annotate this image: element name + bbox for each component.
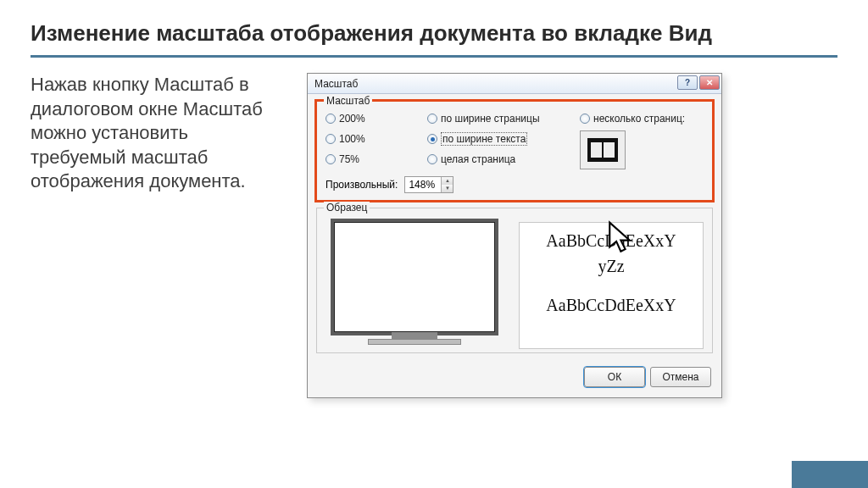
heading-underline (31, 55, 837, 58)
font-sample: AaBbCcDdEeXxY yZz AaBbCcDdEeXxY (519, 222, 704, 349)
spinner-up-icon[interactable]: ▲ (441, 177, 453, 185)
spinner-down-icon[interactable]: ▼ (441, 185, 453, 192)
sample-line: yZz (520, 253, 703, 279)
sample-line: AaBbCcDdEeXxY (520, 292, 703, 318)
dialog-titlebar[interactable]: Масштаб ? ✕ (308, 74, 721, 94)
many-pages-picker[interactable] (580, 130, 626, 169)
group-sample: Образец AaBbCcDdEeXxY yZz AaBbCcDdEeXxY (316, 208, 713, 353)
custom-zoom-label: Произвольный: (326, 179, 398, 191)
radio-200[interactable]: 200% (326, 110, 427, 127)
zoom-dialog: Масштаб ? ✕ Масштаб 200% 100% 75% (307, 73, 722, 398)
custom-zoom-spinner[interactable]: ▲ ▼ (404, 176, 453, 193)
group-sample-title: Образец (324, 202, 370, 214)
help-button[interactable]: ? (677, 75, 698, 90)
pages-icon (587, 138, 618, 162)
slide-heading: Изменение масштаба отображения документа… (0, 0, 868, 55)
monitor-base (368, 339, 461, 345)
sample-line: AaBbCcDdEeXxY (520, 228, 703, 253)
close-button[interactable]: ✕ (699, 75, 720, 90)
custom-zoom-input[interactable] (405, 177, 441, 192)
accent-bar (792, 461, 868, 488)
radio-page-width[interactable]: по ширине страницы (427, 110, 580, 127)
dialog-title: Масштаб (314, 78, 358, 90)
preview-monitor (326, 222, 504, 349)
monitor-screen-icon (334, 222, 495, 332)
group-scale-title: Масштаб (324, 95, 372, 107)
slide-description: Нажав кнопку Масштаб в диалоговом окне М… (31, 73, 285, 398)
group-scale: Масштаб 200% 100% 75% по ширине страницы… (316, 101, 713, 201)
cancel-button[interactable]: Отмена (650, 367, 711, 387)
radio-text-width[interactable]: по ширине текста (427, 130, 580, 147)
radio-many-pages[interactable]: несколько страниц: (580, 110, 704, 127)
radio-whole-page[interactable]: целая страница (427, 151, 580, 168)
radio-100[interactable]: 100% (326, 130, 427, 147)
monitor-stand (392, 332, 437, 339)
ok-button[interactable]: ОК (584, 367, 645, 387)
radio-75[interactable]: 75% (326, 151, 427, 168)
